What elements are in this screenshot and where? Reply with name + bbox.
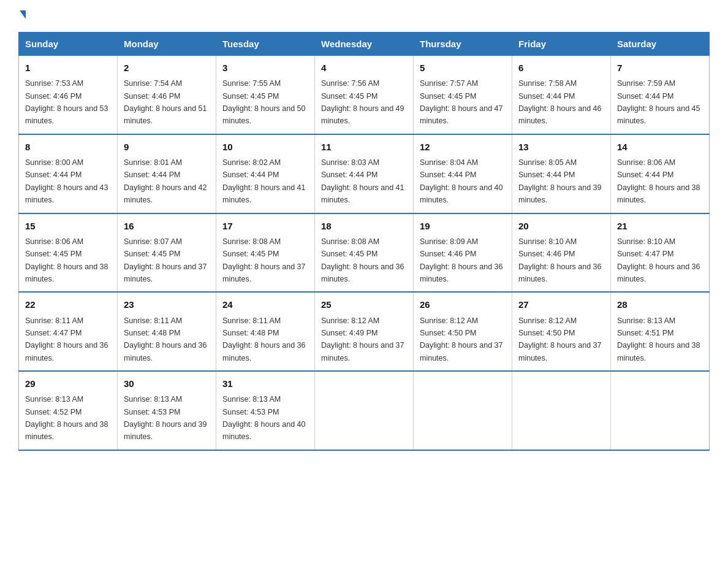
- day-number: 7: [617, 61, 703, 75]
- day-cell: 2Sunrise: 7:54 AMSunset: 4:46 PMDaylight…: [118, 56, 216, 134]
- day-info: Sunrise: 8:12 AMSunset: 4:50 PMDaylight:…: [518, 316, 602, 362]
- day-info: Sunrise: 7:56 AMSunset: 4:45 PMDaylight:…: [321, 79, 404, 125]
- day-info: Sunrise: 7:57 AMSunset: 4:45 PMDaylight:…: [420, 79, 503, 125]
- header-friday: Friday: [512, 33, 611, 56]
- header-saturday: Saturday: [611, 33, 710, 56]
- day-info: Sunrise: 8:10 AMSunset: 4:46 PMDaylight:…: [518, 237, 602, 283]
- header-monday: Monday: [118, 33, 216, 56]
- day-number: 19: [420, 219, 506, 233]
- day-number: 3: [222, 61, 308, 75]
- page-header: [18, 12, 710, 21]
- day-cell: 14Sunrise: 8:06 AMSunset: 4:44 PMDayligh…: [611, 134, 710, 213]
- day-cell: 19Sunrise: 8:09 AMSunset: 4:46 PMDayligh…: [414, 213, 512, 293]
- day-info: Sunrise: 8:13 AMSunset: 4:53 PMDaylight:…: [124, 395, 207, 441]
- day-number: 23: [124, 297, 210, 312]
- day-cell: 6Sunrise: 7:58 AMSunset: 4:44 PMDaylight…: [512, 56, 611, 134]
- day-cell: 8Sunrise: 8:00 AMSunset: 4:44 PMDaylight…: [19, 134, 118, 213]
- day-info: Sunrise: 8:04 AMSunset: 4:44 PMDaylight:…: [420, 158, 503, 204]
- day-cell: 23Sunrise: 8:11 AMSunset: 4:48 PMDayligh…: [118, 292, 216, 371]
- day-number: 9: [124, 140, 210, 154]
- day-info: Sunrise: 7:59 AMSunset: 4:44 PMDaylight:…: [617, 79, 700, 125]
- day-cell: 4Sunrise: 7:56 AMSunset: 4:45 PMDaylight…: [315, 56, 414, 134]
- day-info: Sunrise: 8:00 AMSunset: 4:44 PMDaylight:…: [25, 158, 108, 204]
- day-cell: 24Sunrise: 8:11 AMSunset: 4:48 PMDayligh…: [216, 292, 315, 371]
- day-info: Sunrise: 7:55 AMSunset: 4:45 PMDaylight:…: [222, 79, 306, 125]
- day-number: 13: [518, 140, 604, 154]
- day-number: 20: [518, 219, 604, 233]
- day-number: 27: [518, 297, 604, 312]
- day-info: Sunrise: 8:06 AMSunset: 4:44 PMDaylight:…: [617, 158, 700, 204]
- day-cell: 1Sunrise: 7:53 AMSunset: 4:46 PMDaylight…: [19, 56, 118, 134]
- day-info: Sunrise: 8:08 AMSunset: 4:45 PMDaylight:…: [222, 237, 306, 283]
- header-wednesday: Wednesday: [315, 33, 414, 56]
- day-cell: 11Sunrise: 8:03 AMSunset: 4:44 PMDayligh…: [315, 134, 414, 213]
- day-number: 14: [617, 140, 703, 154]
- day-info: Sunrise: 8:03 AMSunset: 4:44 PMDaylight:…: [321, 158, 404, 204]
- week-row-3: 15Sunrise: 8:06 AMSunset: 4:45 PMDayligh…: [19, 213, 710, 293]
- day-cell: 25Sunrise: 8:12 AMSunset: 4:49 PMDayligh…: [315, 292, 414, 371]
- day-number: 8: [25, 140, 111, 154]
- day-cell: 27Sunrise: 8:12 AMSunset: 4:50 PMDayligh…: [512, 292, 611, 371]
- day-number: 5: [420, 61, 506, 75]
- header-sunday: Sunday: [19, 33, 118, 56]
- day-info: Sunrise: 8:12 AMSunset: 4:50 PMDaylight:…: [420, 316, 503, 362]
- day-cell: [611, 371, 710, 450]
- day-cell: 12Sunrise: 8:04 AMSunset: 4:44 PMDayligh…: [414, 134, 512, 213]
- calendar-body: 1Sunrise: 7:53 AMSunset: 4:46 PMDaylight…: [19, 56, 710, 450]
- day-cell: 21Sunrise: 8:10 AMSunset: 4:47 PMDayligh…: [611, 213, 710, 293]
- day-info: Sunrise: 7:54 AMSunset: 4:46 PMDaylight:…: [124, 79, 207, 125]
- day-cell: [315, 371, 414, 450]
- day-info: Sunrise: 7:58 AMSunset: 4:44 PMDaylight:…: [518, 79, 602, 125]
- day-info: Sunrise: 8:10 AMSunset: 4:47 PMDaylight:…: [617, 237, 700, 283]
- day-number: 4: [321, 61, 407, 75]
- day-info: Sunrise: 8:11 AMSunset: 4:47 PMDaylight:…: [25, 316, 108, 362]
- day-info: Sunrise: 8:06 AMSunset: 4:45 PMDaylight:…: [25, 237, 108, 283]
- day-number: 29: [25, 377, 111, 391]
- day-info: Sunrise: 8:11 AMSunset: 4:48 PMDaylight:…: [222, 316, 306, 362]
- day-number: 26: [420, 297, 506, 312]
- day-number: 15: [25, 219, 111, 233]
- day-number: 2: [124, 61, 210, 75]
- day-number: 24: [222, 297, 308, 312]
- day-info: Sunrise: 8:02 AMSunset: 4:44 PMDaylight:…: [222, 158, 306, 204]
- day-info: Sunrise: 8:12 AMSunset: 4:49 PMDaylight:…: [321, 316, 404, 362]
- day-cell: 5Sunrise: 7:57 AMSunset: 4:45 PMDaylight…: [414, 56, 512, 134]
- day-cell: 16Sunrise: 8:07 AMSunset: 4:45 PMDayligh…: [118, 213, 216, 293]
- day-cell: 9Sunrise: 8:01 AMSunset: 4:44 PMDaylight…: [118, 134, 216, 213]
- day-cell: 30Sunrise: 8:13 AMSunset: 4:53 PMDayligh…: [118, 371, 216, 450]
- day-number: 12: [420, 140, 506, 154]
- day-number: 18: [321, 219, 407, 233]
- day-number: 30: [124, 377, 210, 391]
- week-row-2: 8Sunrise: 8:00 AMSunset: 4:44 PMDaylight…: [19, 134, 710, 213]
- header-row: SundayMondayTuesdayWednesdayThursdayFrid…: [19, 33, 710, 56]
- day-number: 25: [321, 297, 407, 312]
- day-info: Sunrise: 8:08 AMSunset: 4:45 PMDaylight:…: [321, 237, 404, 283]
- header-thursday: Thursday: [414, 33, 512, 56]
- day-cell: 29Sunrise: 8:13 AMSunset: 4:52 PMDayligh…: [19, 371, 118, 450]
- day-cell: 20Sunrise: 8:10 AMSunset: 4:46 PMDayligh…: [512, 213, 611, 293]
- day-number: 6: [518, 61, 604, 75]
- day-cell: 13Sunrise: 8:05 AMSunset: 4:44 PMDayligh…: [512, 134, 611, 213]
- header-tuesday: Tuesday: [216, 33, 315, 56]
- day-number: 31: [222, 377, 308, 391]
- day-number: 28: [617, 297, 703, 312]
- calendar-table: SundayMondayTuesdayWednesdayThursdayFrid…: [18, 32, 710, 451]
- day-info: Sunrise: 7:53 AMSunset: 4:46 PMDaylight:…: [25, 79, 108, 125]
- day-number: 17: [222, 219, 308, 233]
- day-number: 22: [25, 297, 111, 312]
- day-cell: 28Sunrise: 8:13 AMSunset: 4:51 PMDayligh…: [611, 292, 710, 371]
- day-cell: 18Sunrise: 8:08 AMSunset: 4:45 PMDayligh…: [315, 213, 414, 293]
- day-cell: 22Sunrise: 8:11 AMSunset: 4:47 PMDayligh…: [19, 292, 118, 371]
- day-cell: 10Sunrise: 8:02 AMSunset: 4:44 PMDayligh…: [216, 134, 315, 213]
- logo-triangle-icon: [20, 10, 26, 19]
- logo: [18, 12, 26, 21]
- day-number: 11: [321, 140, 407, 154]
- day-info: Sunrise: 8:13 AMSunset: 4:53 PMDaylight:…: [222, 395, 306, 441]
- day-cell: 31Sunrise: 8:13 AMSunset: 4:53 PMDayligh…: [216, 371, 315, 450]
- day-info: Sunrise: 8:13 AMSunset: 4:52 PMDaylight:…: [25, 395, 108, 441]
- day-info: Sunrise: 8:01 AMSunset: 4:44 PMDaylight:…: [124, 158, 207, 204]
- day-info: Sunrise: 8:07 AMSunset: 4:45 PMDaylight:…: [124, 237, 207, 283]
- day-info: Sunrise: 8:09 AMSunset: 4:46 PMDaylight:…: [420, 237, 503, 283]
- calendar-header: SundayMondayTuesdayWednesdayThursdayFrid…: [19, 33, 710, 56]
- day-info: Sunrise: 8:05 AMSunset: 4:44 PMDaylight:…: [518, 158, 602, 204]
